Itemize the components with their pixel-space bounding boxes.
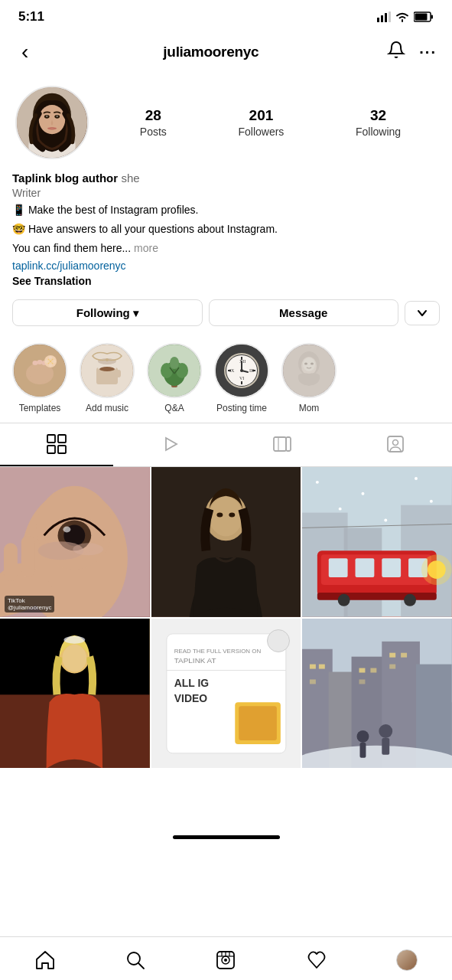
svg-text:III: III xyxy=(249,368,254,373)
grid-item-3[interactable] xyxy=(302,467,452,617)
grid-item-1[interactable]: TikTok@juliamoorenyc xyxy=(0,467,150,617)
tagged-icon xyxy=(385,434,405,454)
dropdown-button[interactable] xyxy=(405,301,440,325)
grid-item-2[interactable] xyxy=(151,467,301,617)
grid-icon xyxy=(47,434,67,454)
svg-rect-128 xyxy=(239,706,277,740)
svg-rect-137 xyxy=(319,664,325,668)
svg-point-119 xyxy=(63,636,85,644)
highlight-templates-label: Templates xyxy=(19,403,61,413)
svg-text:VI: VI xyxy=(239,376,244,381)
tab-igtv[interactable] xyxy=(226,423,340,466)
tab-grid[interactable] xyxy=(0,423,113,466)
posts-grid: TikTok@juliamoorenyc xyxy=(0,467,452,768)
heart-icon xyxy=(306,949,327,971)
posts-stat[interactable]: 28 Posts xyxy=(140,107,167,138)
following-stat[interactable]: 32 Following xyxy=(356,107,401,138)
home-indicator xyxy=(173,835,280,839)
back-button[interactable]: ‹ xyxy=(15,37,34,67)
svg-point-112 xyxy=(430,500,433,503)
svg-point-27 xyxy=(51,360,56,363)
svg-point-109 xyxy=(362,492,365,495)
nav-home[interactable] xyxy=(25,946,65,974)
svg-point-26 xyxy=(45,360,50,363)
svg-text:TAPLINK AT: TAPLINK AT xyxy=(174,655,216,664)
svg-point-154 xyxy=(224,959,227,962)
highlight-mom[interactable]: Mom xyxy=(281,343,337,413)
following-button[interactable]: Following xyxy=(12,299,203,326)
grid-item-4[interactable] xyxy=(0,619,150,769)
notification-bell-icon[interactable] xyxy=(387,41,405,64)
svg-point-108 xyxy=(316,481,319,484)
svg-rect-143 xyxy=(401,652,407,657)
svg-rect-34 xyxy=(116,370,121,377)
svg-point-90 xyxy=(229,513,235,518)
svg-text:XII: XII xyxy=(239,359,246,364)
svg-rect-100 xyxy=(382,558,402,577)
highlight-posting[interactable]: XII VI IX III Posting time xyxy=(214,343,269,413)
svg-rect-84 xyxy=(4,543,18,581)
svg-point-15 xyxy=(57,116,58,117)
highlight-posting-image: XII VI IX III xyxy=(214,343,269,398)
nav-profile[interactable] xyxy=(387,946,427,974)
highlight-templates[interactable]: Templates xyxy=(12,343,67,413)
bottom-nav xyxy=(0,936,452,980)
bio-link[interactable]: taplink.cc/juliamoorenyc xyxy=(12,260,440,272)
svg-point-111 xyxy=(339,508,342,511)
svg-rect-5 xyxy=(431,15,434,19)
nav-search[interactable] xyxy=(115,946,155,974)
svg-point-29 xyxy=(49,362,52,367)
nav-activity[interactable] xyxy=(297,946,337,974)
posts-count: 28 xyxy=(145,107,161,124)
nav-reels[interactable] xyxy=(206,946,246,974)
svg-rect-65 xyxy=(47,435,55,443)
highlight-qa-label: Q&A xyxy=(164,403,184,413)
svg-rect-136 xyxy=(310,664,316,668)
search-icon xyxy=(125,949,146,971)
bio-category: Writer xyxy=(12,187,440,199)
following-label: Following xyxy=(356,126,401,138)
grid-item-6[interactable] xyxy=(302,619,452,769)
message-button[interactable]: Message xyxy=(209,299,399,326)
svg-point-63 xyxy=(304,363,307,365)
svg-point-83 xyxy=(73,543,103,555)
svg-text:VIDEO: VIDEO xyxy=(174,692,206,704)
svg-point-88 xyxy=(209,497,242,537)
svg-rect-71 xyxy=(286,437,291,451)
svg-rect-68 xyxy=(58,446,66,453)
svg-point-89 xyxy=(216,513,223,518)
more-options-icon[interactable]: ··· xyxy=(419,44,437,61)
svg-text:ALL IG: ALL IG xyxy=(174,677,208,689)
post5-circle xyxy=(267,629,290,652)
bio-more-button[interactable]: more xyxy=(131,242,158,254)
username-title: juliamoorenyc xyxy=(163,44,259,60)
svg-rect-138 xyxy=(310,679,316,684)
highlight-qa-image xyxy=(147,343,202,398)
svg-rect-6 xyxy=(415,14,428,21)
followers-label: Followers xyxy=(238,126,284,138)
highlight-music-image xyxy=(80,343,135,398)
bio-name-line: Taplink blog author she xyxy=(12,172,440,185)
bio-translation[interactable]: See Translation xyxy=(12,275,440,287)
svg-rect-142 xyxy=(390,652,396,657)
svg-point-113 xyxy=(385,519,388,522)
highlight-music[interactable]: Add music xyxy=(80,343,135,413)
home-indicator-bar xyxy=(0,835,452,848)
svg-point-105 xyxy=(338,594,350,606)
tab-reels[interactable] xyxy=(113,423,226,466)
svg-rect-85 xyxy=(21,535,35,577)
svg-point-106 xyxy=(404,594,416,606)
svg-point-36 xyxy=(106,358,109,361)
stats-container: 28 Posts 201 Followers 32 Following xyxy=(104,107,437,138)
action-buttons: Following Message xyxy=(0,299,452,337)
followers-stat[interactable]: 201 Followers xyxy=(238,107,284,138)
tab-tagged[interactable] xyxy=(339,423,452,466)
highlight-music-label: Add music xyxy=(86,403,128,413)
svg-rect-0 xyxy=(377,18,379,22)
reels-icon xyxy=(160,434,180,454)
highlight-qa[interactable]: Q&A xyxy=(147,343,202,413)
bio-line3: You can find them here... more xyxy=(12,240,440,256)
svg-text:IX: IX xyxy=(229,368,235,373)
grid-item-5[interactable]: READ THE FULL VERSION ON TAPLINK AT ALL … xyxy=(151,619,301,769)
svg-rect-66 xyxy=(58,435,66,443)
